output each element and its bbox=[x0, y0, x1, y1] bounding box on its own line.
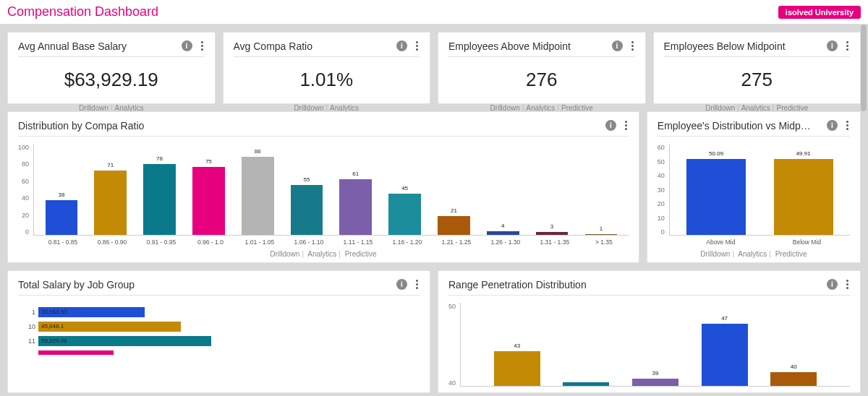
chart-bar[interactable]: 38 bbox=[38, 144, 85, 235]
chart-bar[interactable]: 45 bbox=[382, 144, 428, 235]
card-range-penetration: Range Penetration Distribution i 5040 43… bbox=[438, 270, 861, 393]
card-title: Range Penetration Distribution bbox=[448, 279, 587, 290]
chart-bar[interactable]: 50.09 bbox=[674, 144, 759, 235]
info-icon[interactable]: i bbox=[182, 40, 192, 51]
card-salary-jobgroup: Total Salary by Job Group i 133,983.5310… bbox=[7, 270, 430, 393]
predictive-link[interactable]: Predictive bbox=[775, 250, 807, 258]
predictive-link[interactable]: Predictive bbox=[345, 250, 377, 258]
kebab-menu-icon[interactable] bbox=[845, 40, 850, 52]
kpi-title: Avg Annual Base Salary bbox=[18, 40, 127, 52]
chart-bar[interactable]: 1045,648.1 bbox=[40, 322, 415, 332]
info-icon[interactable]: i bbox=[827, 279, 838, 290]
kpi-value: 276 bbox=[448, 61, 635, 100]
kpi-title: Avg Compa Ratio bbox=[234, 40, 312, 52]
chart-bar[interactable]: 71 bbox=[88, 144, 134, 235]
info-icon[interactable]: i bbox=[396, 40, 407, 51]
chart-bar[interactable]: 3 bbox=[529, 144, 575, 235]
kpi-title: Employees Below Midpoint bbox=[664, 40, 786, 52]
chart-bar[interactable] bbox=[553, 303, 620, 386]
chart-bar[interactable]: 21 bbox=[431, 144, 477, 235]
kpi-card: Employees Above Midpoint i 276 Drilldown… bbox=[438, 32, 646, 104]
scrollbar[interactable] bbox=[861, 25, 867, 111]
card-emp-vs-midpoint: Employee's Distribution vs Midp… i 60504… bbox=[647, 111, 861, 263]
chart-bar[interactable]: 4 bbox=[480, 144, 526, 235]
card-title: Total Salary by Job Group bbox=[18, 279, 135, 290]
kebab-menu-icon[interactable] bbox=[414, 40, 420, 52]
chart-bar[interactable]: 1 bbox=[578, 144, 624, 235]
kebab-menu-icon[interactable] bbox=[624, 119, 629, 132]
card-compa-ratio: Distribution by Compa Ratio i 1008060402… bbox=[7, 111, 639, 263]
kpi-value: $63,929.19 bbox=[18, 61, 205, 100]
info-icon[interactable]: i bbox=[605, 120, 616, 131]
chart-bar[interactable]: 43 bbox=[484, 303, 550, 386]
chart-bar[interactable]: 61 bbox=[333, 144, 379, 235]
info-icon[interactable]: i bbox=[612, 40, 623, 51]
chart-bar[interactable]: 133,983.53 bbox=[40, 307, 415, 317]
kebab-menu-icon[interactable] bbox=[200, 40, 205, 52]
chart-bar[interactable]: 55 bbox=[284, 144, 330, 235]
chart-bar[interactable]: 86 bbox=[234, 144, 281, 235]
info-icon[interactable]: i bbox=[827, 120, 838, 131]
info-icon[interactable]: i bbox=[827, 40, 838, 51]
analytics-link[interactable]: Analytics bbox=[738, 250, 767, 258]
kpi-value: 275 bbox=[664, 61, 851, 100]
kpi-card: Avg Annual Base Salary i $63,929.19 Dril… bbox=[7, 32, 216, 104]
chart-bar[interactable]: 1155,329.06 bbox=[40, 336, 415, 346]
isolved-university-button[interactable]: isolved University bbox=[778, 6, 861, 19]
card-title: Distribution by Compa Ratio bbox=[18, 120, 144, 132]
chart-bar[interactable]: 39 bbox=[622, 303, 689, 386]
kpi-card: Employees Below Midpoint i 275 Drilldown… bbox=[653, 32, 861, 104]
chart-bar[interactable]: 75 bbox=[185, 144, 231, 235]
chart-bar[interactable]: 49.91 bbox=[761, 144, 846, 235]
drilldown-link[interactable]: Drilldown bbox=[270, 250, 299, 258]
card-title: Employee's Distribution vs Midp… bbox=[658, 120, 811, 132]
info-icon[interactable]: i bbox=[396, 279, 407, 290]
kebab-menu-icon[interactable] bbox=[414, 278, 420, 290]
chart-bar[interactable]: 47 bbox=[692, 303, 758, 386]
drilldown-link[interactable]: Drilldown bbox=[700, 250, 730, 258]
chart-bar[interactable]: 40 bbox=[760, 303, 827, 386]
kpi-title: Employees Above Midpoint bbox=[448, 40, 571, 52]
kpi-card: Avg Compa Ratio i 1.01% Drilldown|Analyt… bbox=[223, 32, 431, 104]
page-title: Compensation Dashboard bbox=[7, 4, 158, 20]
kebab-menu-icon[interactable] bbox=[845, 119, 850, 132]
analytics-link[interactable]: Analytics bbox=[307, 250, 336, 258]
kpi-value: 1.01% bbox=[234, 61, 420, 100]
kebab-menu-icon[interactable] bbox=[630, 40, 635, 52]
chart-bar[interactable]: 78 bbox=[137, 144, 183, 235]
kebab-menu-icon[interactable] bbox=[845, 278, 850, 290]
